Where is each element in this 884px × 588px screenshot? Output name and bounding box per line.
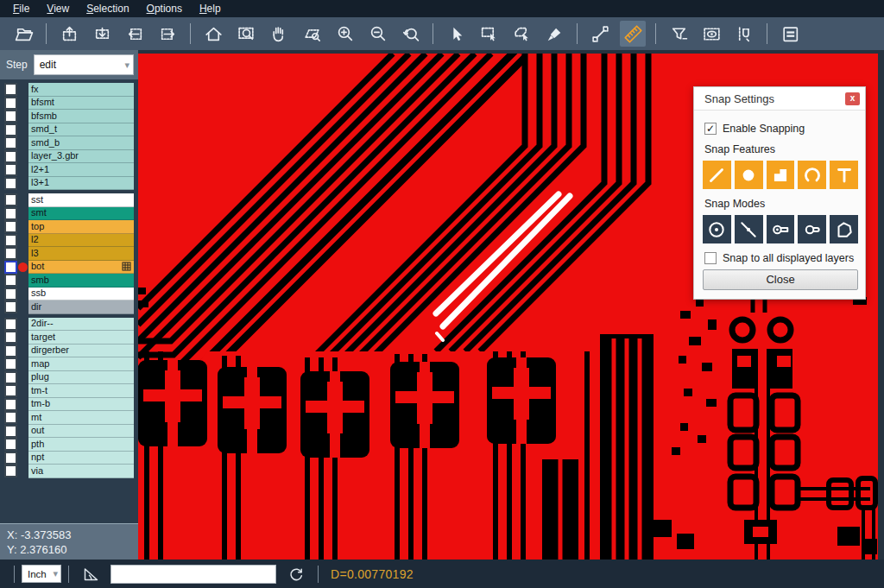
layer-visibility-checkbox[interactable] bbox=[4, 345, 17, 357]
layer-visibility-checkbox[interactable] bbox=[4, 300, 17, 313]
snap-all-layers-checkbox[interactable] bbox=[704, 252, 717, 264]
paint-button[interactable] bbox=[541, 21, 567, 47]
dialog-title-bar[interactable]: Snap Settings x bbox=[694, 87, 865, 111]
layer-label[interactable]: bfsmt bbox=[28, 97, 134, 111]
snap-magnet-button[interactable] bbox=[731, 21, 757, 47]
snap-mode-slot-button[interactable] bbox=[798, 215, 826, 243]
layer-visibility-checkbox[interactable] bbox=[4, 207, 17, 220]
layer-label[interactable]: pth bbox=[28, 438, 134, 452]
layer-visibility-checkbox[interactable] bbox=[4, 438, 17, 451]
layer-visibility-checkbox[interactable] bbox=[4, 234, 17, 247]
layer-label[interactable]: mt bbox=[28, 411, 134, 425]
layer-label[interactable]: ssb bbox=[28, 288, 134, 301]
layer-label[interactable]: l2 bbox=[28, 234, 134, 248]
select-rect-button[interactable] bbox=[476, 21, 502, 47]
snap-feature-arc-button[interactable] bbox=[798, 161, 826, 189]
snap-mode-center-button[interactable] bbox=[703, 215, 731, 243]
layer-visibility-checkbox[interactable] bbox=[4, 411, 17, 424]
layer-visibility-checkbox[interactable] bbox=[4, 452, 17, 465]
open-file-button[interactable] bbox=[10, 21, 36, 47]
layer-label[interactable]: dir bbox=[28, 300, 134, 314]
units-select[interactable]: Inch ▾ bbox=[22, 565, 61, 583]
measure-distance-button[interactable] bbox=[587, 21, 613, 47]
menu-help[interactable]: Help bbox=[192, 1, 229, 16]
layer-label[interactable]: 2dir-- bbox=[28, 318, 134, 332]
layer-label[interactable]: smd_t bbox=[28, 123, 134, 137]
refresh-icon[interactable] bbox=[287, 565, 306, 584]
layer-label[interactable]: fx bbox=[28, 83, 134, 97]
layer-label[interactable]: smb bbox=[28, 274, 134, 288]
load-right-button[interactable] bbox=[155, 21, 180, 47]
zoom-select-button[interactable] bbox=[233, 21, 259, 47]
snap-mode-slot-end-button[interactable] bbox=[767, 215, 795, 243]
snap-mode-on-line-button[interactable] bbox=[735, 215, 763, 243]
layer-visibility-checkbox[interactable] bbox=[4, 123, 17, 136]
layer-visibility-checkbox[interactable] bbox=[4, 288, 17, 300]
layer-visibility-checkbox[interactable] bbox=[4, 465, 17, 477]
zoom-previous-button[interactable] bbox=[397, 21, 423, 47]
zoom-out-button[interactable] bbox=[364, 21, 390, 47]
layer-visibility-checkbox[interactable] bbox=[4, 247, 17, 260]
snap-feature-pad-button[interactable] bbox=[735, 161, 763, 189]
command-input[interactable] bbox=[110, 565, 276, 584]
menu-view[interactable]: View bbox=[39, 1, 77, 16]
layer-label[interactable]: plug bbox=[28, 371, 134, 385]
layer-label[interactable]: l3+1 bbox=[28, 177, 134, 191]
layer-visibility-checkbox[interactable] bbox=[4, 357, 17, 370]
layer-label[interactable]: tm-b bbox=[28, 398, 134, 412]
layer-label[interactable]: dirgerber bbox=[28, 345, 134, 358]
layer-label[interactable]: map bbox=[28, 357, 134, 371]
ruler-button[interactable] bbox=[620, 21, 646, 47]
layer-visibility-checkbox[interactable] bbox=[4, 220, 17, 233]
layer-label[interactable]: tm-t bbox=[28, 384, 134, 398]
menu-selection[interactable]: Selection bbox=[79, 1, 136, 16]
layer-label[interactable]: smd_b bbox=[28, 136, 134, 150]
pan-hand-button[interactable] bbox=[266, 21, 292, 47]
menu-options[interactable]: Options bbox=[139, 1, 190, 16]
layer-label[interactable]: npt bbox=[28, 452, 134, 465]
snap-mode-corner-button[interactable] bbox=[830, 215, 858, 243]
enable-snapping-checkbox[interactable]: ✓ bbox=[704, 123, 717, 135]
layer-label[interactable]: out bbox=[28, 425, 134, 439]
layer-label[interactable]: layer_3.gbr bbox=[28, 150, 134, 164]
layer-visibility-checkbox[interactable] bbox=[4, 371, 17, 384]
layer-label[interactable]: bot bbox=[28, 261, 134, 275]
layer-visibility-checkbox[interactable] bbox=[4, 163, 17, 176]
layer-visibility-checkbox[interactable] bbox=[4, 193, 17, 206]
layer-label[interactable]: via bbox=[28, 465, 134, 478]
layer-visibility-checkbox[interactable] bbox=[4, 274, 17, 287]
zoom-window-button[interactable] bbox=[299, 21, 325, 47]
load-top-button[interactable] bbox=[56, 21, 82, 47]
layer-label[interactable]: target bbox=[28, 331, 134, 345]
layer-label[interactable]: top bbox=[28, 220, 134, 234]
layer-label[interactable]: sst bbox=[28, 193, 134, 207]
layer-visibility-checkbox[interactable] bbox=[4, 83, 17, 96]
close-icon[interactable]: x bbox=[845, 92, 860, 105]
layer-visibility-checkbox[interactable] bbox=[4, 384, 17, 397]
snap-feature-text-button[interactable] bbox=[830, 161, 858, 189]
layer-label[interactable]: l2+1 bbox=[28, 163, 134, 177]
view-box-button[interactable] bbox=[698, 21, 724, 47]
layer-visibility-checkbox[interactable] bbox=[4, 398, 17, 411]
layer-visibility-checkbox[interactable] bbox=[4, 331, 17, 344]
snap-feature-line-button[interactable] bbox=[703, 161, 731, 189]
load-bottom-button[interactable] bbox=[89, 21, 115, 47]
home-view-button[interactable] bbox=[200, 21, 226, 47]
load-left-button[interactable] bbox=[122, 21, 148, 47]
filter-button[interactable] bbox=[666, 21, 691, 47]
layer-visibility-checkbox[interactable] bbox=[4, 318, 17, 331]
layer-visibility-checkbox[interactable] bbox=[4, 110, 17, 123]
select-arrow-button[interactable] bbox=[443, 21, 469, 47]
zoom-in-button[interactable] bbox=[332, 21, 357, 47]
layer-label[interactable]: bfsmb bbox=[28, 110, 134, 123]
report-button[interactable] bbox=[777, 21, 803, 47]
layer-visibility-checkbox[interactable] bbox=[4, 136, 17, 149]
layer-label[interactable]: l3 bbox=[28, 247, 134, 261]
layer-label[interactable]: smt bbox=[28, 207, 134, 221]
layer-visibility-checkbox[interactable] bbox=[4, 97, 17, 110]
layer-visibility-checkbox[interactable] bbox=[4, 150, 17, 163]
step-select[interactable]: edit ▾ bbox=[34, 54, 134, 75]
close-button[interactable]: Close bbox=[703, 269, 858, 290]
layer-visibility-checkbox[interactable] bbox=[4, 425, 17, 438]
menu-file[interactable]: File bbox=[5, 1, 37, 16]
